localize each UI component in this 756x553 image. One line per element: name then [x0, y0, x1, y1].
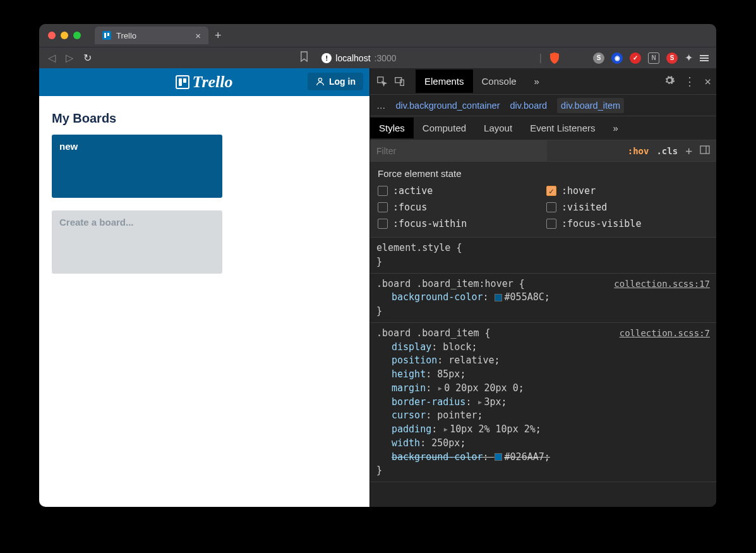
extension-icon[interactable]: ✓ [630, 52, 641, 64]
browser-menu-button[interactable] [700, 55, 709, 61]
rule-source-link[interactable]: collection.scss:17 [614, 277, 710, 290]
url-divider: | [539, 52, 542, 64]
force-state-title: Force element state [378, 168, 709, 179]
not-secure-icon: ! [321, 53, 332, 63]
user-icon [315, 76, 325, 87]
board-item[interactable]: new [52, 135, 222, 198]
tab-styles[interactable]: Styles [370, 118, 414, 138]
app-header: Trello Log in [39, 68, 369, 96]
board-name: new [59, 141, 78, 152]
close-tab-button[interactable]: × [195, 30, 201, 41]
new-tab-button[interactable]: + [215, 29, 222, 42]
toolbar-right: | S ◉ ✓ N S ✦ [539, 52, 709, 64]
extensions-puzzle-icon[interactable]: ✦ [685, 52, 693, 64]
login-button[interactable]: Log in [308, 73, 363, 90]
rule-selector: element.style { [376, 242, 462, 253]
rule-source-link[interactable]: collection.scss:7 [620, 327, 710, 339]
tabs-overflow-icon[interactable]: » [525, 70, 548, 93]
extension-icon[interactable]: S [666, 52, 678, 64]
color-swatch-icon[interactable] [495, 453, 502, 461]
tab-layout[interactable]: Layout [475, 118, 521, 138]
maximize-window-button[interactable] [73, 32, 81, 39]
breadcrumb-item-active[interactable]: div.board_item [557, 98, 624, 113]
close-window-button[interactable] [48, 32, 56, 39]
extension-icon[interactable]: N [648, 52, 659, 64]
css-rule[interactable]: collection.scss:7 .board .board_item { d… [370, 323, 716, 482]
element-breadcrumb: … div.background_container div.board div… [370, 95, 716, 116]
breadcrumb-item[interactable]: div.background_container [396, 100, 500, 111]
create-board-label: Create a board... [59, 217, 134, 228]
styles-tabs: Styles Computed Layout Event Listeners » [370, 116, 716, 140]
svg-rect-6 [700, 146, 709, 154]
trello-logo-text: Trello [192, 73, 232, 92]
trello-favicon-icon [102, 31, 111, 40]
state-hover-checkbox[interactable]: :hover [546, 185, 709, 197]
state-active-checkbox[interactable]: :active [378, 185, 540, 197]
css-rule[interactable]: collection.scss:17 .board .board_item:ho… [370, 274, 716, 323]
trello-logo[interactable]: Trello [176, 73, 232, 92]
breadcrumb-ellipsis[interactable]: … [376, 100, 386, 111]
browser-window: Trello × + ◁ ▷ ↻ ! localhost:3000 | S ◉ … [39, 24, 716, 507]
titlebar: Trello × + [39, 24, 716, 47]
expand-triangle-icon[interactable]: ▸ [437, 382, 443, 394]
url-field[interactable]: ! localhost:3000 [321, 53, 396, 63]
expand-triangle-icon[interactable]: ▸ [443, 423, 448, 435]
app-body: My Boards new Create a board... [39, 96, 369, 301]
url-host: localhost [335, 53, 370, 63]
devtools-menu-icon[interactable]: ⋮ [684, 75, 695, 88]
tab-computed[interactable]: Computed [414, 118, 475, 138]
url-bar: ◁ ▷ ↻ ! localhost:3000 | S ◉ ✓ N S ✦ [39, 47, 716, 68]
expand-triangle-icon[interactable]: ▸ [477, 396, 483, 408]
create-board-button[interactable]: Create a board... [52, 210, 222, 274]
trello-app: Trello Log in My Boards new Create a boa… [39, 68, 369, 507]
new-style-rule-button[interactable]: + [685, 144, 692, 157]
devtools-topbar: Elements Console » ⋮ × [370, 68, 716, 95]
reload-button[interactable]: ↻ [82, 52, 92, 64]
bookmark-icon[interactable] [299, 51, 309, 64]
state-focus-within-checkbox[interactable]: :focus-within [378, 218, 540, 229]
tab-console[interactable]: Console [473, 70, 525, 93]
tab-elements[interactable]: Elements [416, 70, 473, 93]
rule-selector: .board .board_item { [376, 327, 491, 339]
styles-filter-row: :hov .cls + [370, 140, 716, 162]
force-element-state-panel: Force element state :active :hover :focu… [370, 162, 716, 238]
devtools-close-button[interactable]: × [704, 75, 711, 88]
css-rules-list: element.style { } collection.scss:17 .bo… [370, 238, 716, 507]
color-swatch-icon[interactable] [495, 294, 502, 301]
rule-selector: .board .board_item:hover { [376, 278, 525, 289]
boards-title: My Boards [52, 111, 357, 126]
styles-pane-toggle-icon[interactable] [700, 145, 710, 157]
css-rule[interactable]: element.style { } [370, 238, 716, 274]
state-focus-visible-checkbox[interactable]: :focus-visible [546, 218, 709, 229]
state-visited-checkbox[interactable]: :visited [546, 202, 709, 213]
browser-tab[interactable]: Trello × [95, 27, 208, 44]
svg-rect-0 [104, 33, 106, 38]
styles-filter-input[interactable] [370, 140, 547, 161]
nav-back-button[interactable]: ◁ [47, 52, 57, 64]
tabs-overflow-icon[interactable]: » [604, 118, 627, 138]
svg-point-2 [318, 78, 321, 82]
login-label: Log in [329, 76, 356, 87]
devtools-panel: Elements Console » ⋮ × … div.background_… [369, 68, 716, 507]
device-toggle-icon[interactable] [393, 75, 407, 88]
breadcrumb-item[interactable]: div.board [510, 100, 548, 111]
svg-rect-1 [107, 33, 109, 36]
state-focus-checkbox[interactable]: :focus [378, 202, 540, 213]
nav-forward-button[interactable]: ▷ [64, 52, 75, 64]
tab-title: Trello [116, 31, 136, 40]
hov-toggle[interactable]: :hov [628, 146, 649, 156]
inspect-icon[interactable] [375, 75, 389, 88]
minimize-window-button[interactable] [61, 32, 68, 39]
extension-icon[interactable]: ◉ [611, 52, 623, 64]
extension-icon[interactable]: S [593, 52, 604, 64]
brave-shield-icon[interactable] [549, 52, 560, 64]
url-port: :3000 [375, 53, 397, 63]
settings-gear-icon[interactable] [664, 75, 675, 88]
cls-toggle[interactable]: .cls [656, 146, 678, 156]
tab-event-listeners[interactable]: Event Listeners [521, 118, 604, 138]
trello-logo-icon [176, 75, 189, 89]
